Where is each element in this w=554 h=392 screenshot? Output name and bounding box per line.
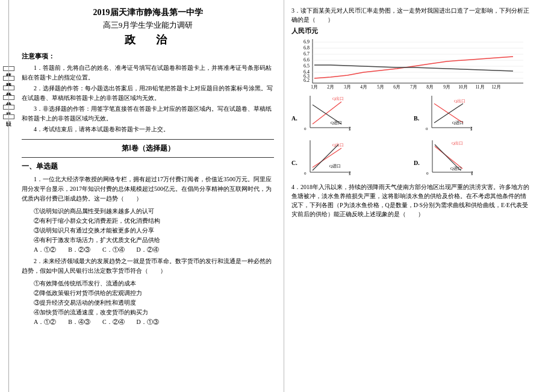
chart-c-svg: 人民币汇率 数量 Q出口 Q进口 0 — [299, 137, 350, 179]
chart-b: B. 人民币汇率 数量 Q出口 Q进口 0 — [414, 93, 530, 135]
svg-text:6.7: 6.7 — [303, 51, 310, 57]
two-column-layout: 2019届天津市静海县第一中学 高三9月学生学业能力调研 政 治 注意事项： 1… — [17, 0, 554, 392]
svg-text:0: 0 — [426, 171, 429, 176]
notice-item-2: 2．选择题的作答：每小题选出答案后，用2B铅笔把答题卡上对应题目的答案标号涂黑。… — [22, 84, 274, 103]
svg-text:数量: 数量 — [349, 126, 350, 131]
svg-text:7月: 7月 — [410, 84, 417, 90]
q2-answers: A．①② B．④③ C．②④ D．①③ — [22, 317, 274, 326]
rmb-chart-container: 人民币元 6.9 6.8 6.7 6.6 6.5 6.4 6.3 6.2 — [291, 26, 530, 90]
svg-text:Q出口: Q出口 — [452, 141, 463, 146]
chart-d: D. 人民币汇率 数量 Q出口 Q进口 0 — [414, 137, 530, 179]
chart-title: 人民币元 — [291, 26, 530, 36]
notice-item-1: 1．答题前，先将自己的姓名、准考证号填写在试题卷和答题卡上，并将准考证号条形码粘… — [22, 63, 274, 82]
page-container: 装订线 准考证号 考场号 座位号 姓名 班级 2019届天津市静海县第一中学 高… — [0, 0, 554, 392]
left-column: 2019届天津市静海县第一中学 高三9月学生学业能力调研 政 治 注意事项： 1… — [17, 0, 284, 392]
svg-text:0: 0 — [426, 126, 428, 131]
svg-text:Q出口: Q出口 — [454, 99, 465, 104]
q1-answers: A．①② B．②③ C．①④ D．②④ — [22, 245, 274, 254]
svg-text:数量: 数量 — [349, 171, 350, 176]
chart-c: C. 人民币汇率 数量 Q出口 Q进口 0 — [291, 137, 408, 179]
svg-text:5月: 5月 — [377, 84, 384, 90]
svg-text:Q进口: Q进口 — [452, 120, 464, 125]
svg-text:9月: 9月 — [443, 84, 450, 90]
chart-a-svg: 人民币汇率 数量 Q出口 Q进口 0 — [299, 93, 350, 135]
svg-text:Q进口: Q进口 — [329, 164, 341, 169]
svg-text:6.9: 6.9 — [303, 39, 310, 45]
sub-charts-grid: A. 人民币汇率 数量 Q出口 Q进口 0 — [291, 93, 530, 179]
question-2-text: 2．未来经济领域最大的发展趋势之一就是货币革命。数字货币的发行和流通是一种必然的… — [22, 257, 274, 276]
exam-subject: 政 治 — [22, 33, 274, 47]
question-1-text: 1．一位北大经济学教授的网络专栏，拥有超过17万付费订阅者，价值近3500万元。… — [22, 175, 274, 204]
chart-a: A. 人民币汇率 数量 Q出口 Q进口 0 — [291, 93, 408, 135]
divider-2 — [22, 157, 274, 158]
svg-text:6.6: 6.6 — [303, 57, 310, 63]
chart-a-label: A. — [291, 115, 297, 122]
svg-text:0: 0 — [304, 171, 307, 176]
chart-d-svg: 人民币汇率 数量 Q出口 Q进口 0 — [422, 137, 473, 179]
svg-text:8月: 8月 — [426, 84, 434, 90]
divider-1 — [22, 139, 274, 140]
side-label-strip: 装订线 准考证号 考场号 座位号 姓名 班级 — [0, 0, 17, 392]
q1-opt-4: ④有利于激发市场活力，扩大优质文化产品供给 — [22, 235, 274, 244]
notice-content: 1．答题前，先将自己的姓名、准考证号填写在试题卷和答题卡上，并将准考证号条形码粘… — [22, 63, 274, 134]
chart-b-label: B. — [414, 115, 419, 122]
svg-text:Q出口: Q出口 — [332, 96, 344, 101]
notice-item-3: 3．非选择题的作答：用签字笔直接答在答题卡上对应的答题区域内。写在试题卷、草稿纸… — [22, 104, 274, 123]
q4-intro: 4．2018年入汛以来，持续的强降雨天气使南方部分地区出现严重的洪涝灾害。许多地… — [291, 182, 530, 219]
svg-text:6月: 6月 — [393, 84, 400, 90]
notice-heading: 注意事项： — [22, 52, 274, 61]
svg-text:数量: 数量 — [470, 126, 472, 131]
notice-item-4: 4．考试结束后，请将本试题卷和答题卡一并上交。 — [22, 125, 274, 134]
section1-heading: 一、单选题 — [22, 161, 274, 172]
svg-text:11月: 11月 — [475, 84, 484, 90]
exam-title: 2019届天津市静海县第一中学 — [22, 7, 274, 18]
q1-opt-2: ②有利于缩小群众文化消费差距，优化消费结构 — [22, 216, 274, 225]
chart-b-svg: 人民币汇率 数量 Q出口 Q进口 0 — [421, 93, 472, 135]
q2-opt-3: ③提升经济交易活动的便利性和透明度 — [22, 298, 274, 307]
svg-text:6.8: 6.8 — [303, 45, 310, 51]
q2-opt-4: ④加快货币的流通速度，改变货币的购买力 — [22, 308, 274, 317]
svg-text:12月: 12月 — [491, 84, 501, 90]
q3-intro: 3．读下面某美元对人民币汇率走势图，这一走势对我国进出口造了一定影响，下列分析正… — [291, 6, 530, 24]
svg-text:Q进口: Q进口 — [450, 166, 462, 171]
svg-text:Q进口: Q进口 — [331, 120, 342, 125]
right-column: 3．读下面某美元对人民币汇率走势图，这一走势对我国进出口造了一定影响，下列分析正… — [284, 0, 537, 392]
question-2: 2．未来经济领域最大的发展趋势之一就是货币革命。数字货币的发行和流通是一种必然的… — [22, 257, 274, 326]
exam-subtitle: 高三9月学生学业能力调研 — [22, 20, 274, 31]
svg-text:2月: 2月 — [327, 84, 334, 90]
svg-text:1月: 1月 — [311, 84, 318, 90]
part1-title: 第Ⅰ卷（选择题） — [22, 143, 274, 154]
q1-opt-1: ①说明知识的商品属性受到越来越多人的认可 — [22, 207, 274, 216]
svg-line-60 — [435, 146, 462, 169]
q2-opt-2: ②降低政策银行对货币供给的宏观调控力 — [22, 288, 274, 297]
svg-text:6.2: 6.2 — [303, 78, 310, 83]
q2-opt-1: ①有效降低传统纸币发行、流通的成本 — [22, 279, 274, 288]
chart-c-label: C. — [291, 160, 297, 166]
question-1: 1．一位北大经济学教授的网络专栏，拥有超过17万付费订阅者，价值近3500万元。… — [22, 175, 274, 254]
svg-text:6.5: 6.5 — [303, 63, 310, 69]
svg-text:3月: 3月 — [344, 84, 351, 90]
chart-d-label: D. — [414, 160, 420, 166]
svg-text:0: 0 — [304, 126, 307, 131]
svg-text:数量: 数量 — [471, 171, 473, 176]
svg-text:10月: 10月 — [458, 84, 468, 90]
rmb-line-chart: 6.9 6.8 6.7 6.6 6.5 6.4 6.3 6.2 — [291, 36, 526, 90]
q1-opt-3: ③说明知识只有通过交换才能被更多的人分享 — [22, 226, 274, 235]
svg-text:4月: 4月 — [360, 84, 367, 90]
